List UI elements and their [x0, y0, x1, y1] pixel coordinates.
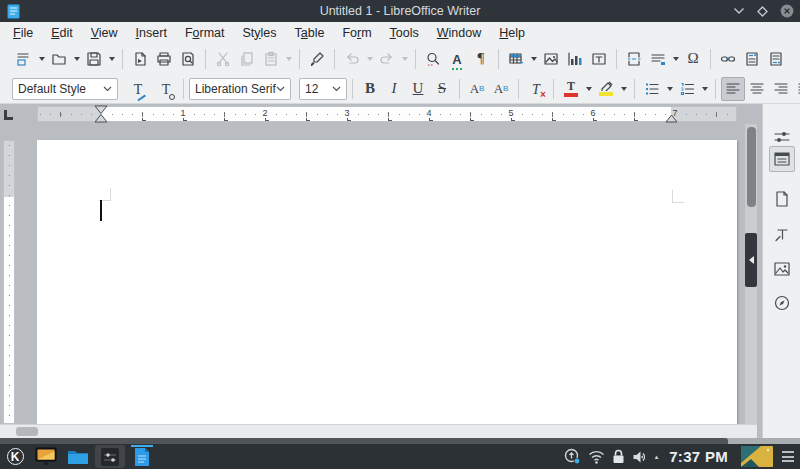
ruler-tick	[286, 114, 287, 115]
panel-menu-icon[interactable]	[782, 451, 794, 462]
menu-styles[interactable]: Styles	[233, 24, 285, 42]
find-replace-button[interactable]	[421, 47, 445, 71]
maximize-icon[interactable]	[757, 6, 768, 17]
insert-image-button[interactable]	[539, 47, 563, 71]
horizontal-scrollbar-thumb[interactable]	[16, 427, 38, 436]
italic-button[interactable]: I	[382, 77, 406, 101]
close-icon[interactable]	[780, 4, 794, 18]
taskbar-item-desktop[interactable]	[31, 445, 61, 468]
ruler-tick	[563, 114, 564, 115]
sidebar-hide-handle[interactable]	[745, 233, 757, 287]
save-dropdown[interactable]	[106, 47, 117, 71]
bold-button[interactable]: B	[358, 77, 382, 101]
insert-footnote-button[interactable]	[740, 47, 764, 71]
insert-endnote-button[interactable]	[764, 47, 788, 71]
separator	[415, 49, 416, 69]
sidebar-navigator-button[interactable]	[769, 290, 795, 316]
application-launcher-button[interactable]: K	[0, 444, 30, 469]
subscript-button[interactable]: AB	[489, 77, 513, 101]
insert-hyperlink-button[interactable]	[716, 47, 740, 71]
title-bar[interactable]: Untitled 1 - LibreOffice Writer	[0, 0, 800, 22]
numbered-list-dropdown[interactable]	[699, 77, 710, 101]
sidebar-styles-button[interactable]	[769, 222, 795, 248]
document-page[interactable]	[37, 140, 737, 424]
insert-page-break-button[interactable]	[622, 47, 646, 71]
menu-help[interactable]: Help	[490, 24, 534, 42]
clear-formatting-button[interactable]: T ×	[524, 77, 548, 101]
menu-window[interactable]: Window	[428, 24, 490, 42]
align-center-button[interactable]	[745, 77, 769, 101]
menu-view[interactable]: View	[82, 24, 127, 42]
bullet-list-button[interactable]	[640, 77, 664, 101]
sidebar-page-button[interactable]	[769, 186, 795, 212]
new-document-button[interactable]	[12, 47, 36, 71]
desktop-pager-thumbnail[interactable]	[741, 446, 773, 467]
justify-button[interactable]	[793, 77, 800, 101]
align-right-button[interactable]	[769, 77, 793, 101]
new-document-dropdown[interactable]	[36, 47, 47, 71]
menu-format[interactable]: Format	[176, 24, 234, 42]
open-button[interactable]	[47, 47, 71, 71]
wifi-tray-icon[interactable]	[588, 450, 605, 464]
insert-field-button[interactable]	[646, 47, 670, 71]
open-dropdown[interactable]	[71, 47, 82, 71]
menu-file[interactable]: File	[4, 24, 42, 42]
ruler-tick	[532, 114, 533, 115]
vertical-scrollbar-thumb[interactable]	[747, 127, 756, 207]
ruler-number: 7	[665, 108, 685, 118]
font-name-combo[interactable]: Liberation Serif	[189, 78, 291, 100]
horizontal-ruler[interactable]: 1234567	[37, 106, 737, 122]
underline-button[interactable]: U	[406, 77, 430, 101]
strikethrough-button[interactable]: S	[430, 77, 454, 101]
menu-form[interactable]: Form	[333, 24, 380, 42]
expand-tray-icon[interactable]: ▴	[655, 453, 659, 461]
align-left-button[interactable]	[721, 77, 745, 101]
spelling-button[interactable]: A	[445, 47, 469, 71]
superscript-button[interactable]: AB	[465, 77, 489, 101]
left-indent-marker[interactable]	[94, 105, 108, 124]
highlight-color-button[interactable]	[594, 77, 618, 101]
lock-tray-icon[interactable]	[612, 449, 625, 464]
paragraph-style-combo[interactable]: Default Style	[12, 78, 118, 100]
taskbar-item-files[interactable]	[63, 445, 93, 468]
sidebar-gallery-button[interactable]	[769, 256, 795, 282]
export-pdf-button[interactable]	[128, 47, 152, 71]
menu-insert[interactable]: Insert	[127, 24, 176, 42]
font-color-dropdown[interactable]	[583, 77, 594, 101]
horizontal-scrollbar[interactable]	[0, 424, 757, 438]
save-button[interactable]	[82, 47, 106, 71]
clone-formatting-button[interactable]	[305, 47, 329, 71]
print-preview-button[interactable]	[176, 47, 200, 71]
ruler-tick	[112, 114, 113, 115]
sidebar-properties-button[interactable]	[769, 146, 795, 172]
insert-textbox-button[interactable]	[587, 47, 611, 71]
insert-table-dropdown[interactable]	[528, 47, 539, 71]
vertical-ruler[interactable]	[3, 140, 15, 424]
new-style-button[interactable]: T	[154, 77, 178, 101]
numbered-list-button[interactable]	[675, 77, 699, 101]
bullet-list-dropdown[interactable]	[664, 77, 675, 101]
highlight-color-dropdown[interactable]	[618, 77, 629, 101]
separator	[715, 79, 716, 99]
taskbar-item-settings[interactable]	[95, 445, 125, 468]
volume-tray-icon[interactable]	[632, 450, 648, 464]
menu-tools[interactable]: Tools	[381, 24, 428, 42]
insert-field-dropdown[interactable]	[670, 47, 681, 71]
update-style-button[interactable]: T	[126, 77, 150, 101]
font-size-combo[interactable]: 12	[299, 78, 347, 100]
print-button[interactable]	[152, 47, 176, 71]
taskbar-item-writer[interactable]	[127, 445, 157, 468]
insert-table-button[interactable]	[504, 47, 528, 71]
special-character-button[interactable]: Ω	[681, 47, 705, 71]
formatting-marks-button[interactable]: ¶	[469, 47, 493, 71]
tab-stop-selector[interactable]	[4, 110, 13, 120]
toolbar-overflow-button[interactable]: »	[794, 47, 800, 71]
font-color-button[interactable]: T	[559, 77, 583, 101]
taskbar-clock[interactable]: 7:37 PM	[669, 448, 728, 465]
updates-tray-icon[interactable]	[564, 448, 581, 465]
ruler-tick	[235, 114, 236, 115]
menu-edit[interactable]: Edit	[42, 24, 82, 42]
menu-table[interactable]: Table	[286, 24, 334, 42]
minimize-icon[interactable]	[733, 7, 745, 15]
insert-chart-button[interactable]	[563, 47, 587, 71]
